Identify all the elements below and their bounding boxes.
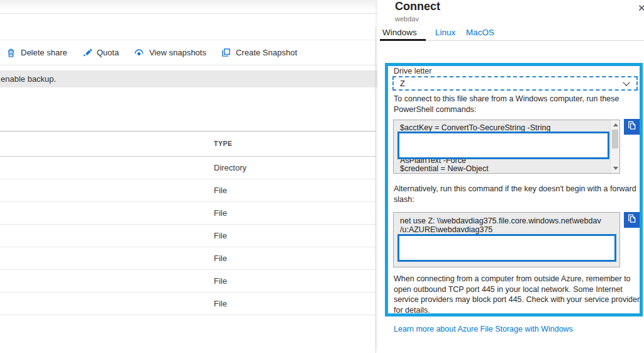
copy-button[interactable] (624, 212, 640, 228)
file-list-table: TYPE Directory File File File File File … (0, 131, 375, 315)
close-icon[interactable]: ✕ (638, 3, 644, 14)
blade-title: Connect (395, 0, 440, 13)
copy-icon (626, 213, 637, 227)
eye-icon (134, 48, 144, 57)
file-share-pane: Delete share Quota View snapshots (0, 0, 377, 353)
backup-banner-text: enable backup. (1, 74, 56, 84)
drive-letter-value: Z (400, 79, 405, 88)
delete-share-label: Delete share (21, 48, 67, 57)
create-snapshot-label: Create Snapshot (236, 48, 297, 57)
netuse-code-block[interactable]: net use Z: \\webdavdiag375.file.core.win… (393, 212, 620, 267)
code-line: $acctKey = ConvertTo-SecureString -Strin… (400, 123, 550, 132)
code-line: net use Z: \\webdavdiag375.file.core.win… (400, 216, 601, 225)
code-scrollbar[interactable] (610, 120, 619, 173)
chevron-down-icon (623, 79, 630, 86)
drive-letter-select[interactable]: Z (392, 76, 638, 91)
command-bar: Delete share Quota View snapshots (0, 40, 377, 65)
table-header-row: TYPE (0, 132, 375, 157)
table-row[interactable]: File (0, 202, 375, 225)
copy-button[interactable] (624, 119, 640, 135)
type-column-header[interactable]: TYPE (214, 140, 232, 147)
scroll-down-icon[interactable] (613, 167, 618, 170)
view-snapshots-label: View snapshots (149, 48, 206, 57)
quota-label: Quota (97, 48, 119, 57)
code-line: /u:AZURE\webdavdiag375 (400, 225, 492, 234)
table-row[interactable]: File (0, 293, 375, 315)
table-row[interactable]: File (0, 270, 375, 293)
powershell-intro-text: To connect to this file share from a Win… (394, 94, 636, 115)
tab-macos[interactable]: MacOS (466, 28, 494, 37)
table-row[interactable]: File (0, 179, 375, 202)
tab-linux[interactable]: Linux (435, 28, 455, 37)
port-445-note: When connecting from a computer from out… (394, 274, 643, 315)
quota-button[interactable]: Quota (82, 48, 119, 57)
alternative-command-text: Alternatively, run this command if the k… (394, 184, 644, 205)
code-line: $credential = New-Object (400, 164, 489, 173)
drive-letter-label: Drive letter (394, 67, 431, 76)
delete-share-button[interactable]: Delete share (6, 48, 67, 58)
pencil-icon (82, 48, 92, 57)
view-snapshots-button[interactable]: View snapshots (134, 48, 206, 57)
connect-blade: Connect webdav ✕ Windows Linux MacOS Dri… (377, 0, 644, 353)
page-header-strip (0, 0, 377, 14)
tab-windows[interactable]: Windows (382, 28, 417, 37)
scroll-up-icon[interactable] (613, 123, 618, 126)
table-row[interactable]: File (0, 225, 375, 247)
backup-banner: enable backup. (0, 70, 377, 87)
table-row[interactable]: Directory (0, 157, 375, 179)
blade-subtitle: webdav (395, 15, 419, 23)
redacted-password-box (397, 234, 616, 262)
copy-icon (626, 120, 637, 133)
trash-icon (6, 48, 16, 58)
active-tab-underline (380, 39, 426, 41)
create-snapshot-button[interactable]: Create Snapshot (221, 48, 297, 57)
table-row[interactable]: File (0, 247, 375, 270)
powershell-code-block[interactable]: $acctKey = ConvertTo-SecureString -Strin… (393, 120, 620, 174)
azure-portal-screen: Delete share Quota View snapshots (0, 0, 644, 353)
list-pane-divider (375, 26, 376, 353)
snapshot-icon (221, 48, 231, 57)
scrollbar-thumb[interactable] (612, 130, 618, 148)
learn-more-link[interactable]: Learn more about Azure File Storage with… (394, 325, 573, 333)
redacted-key-box (397, 132, 609, 159)
